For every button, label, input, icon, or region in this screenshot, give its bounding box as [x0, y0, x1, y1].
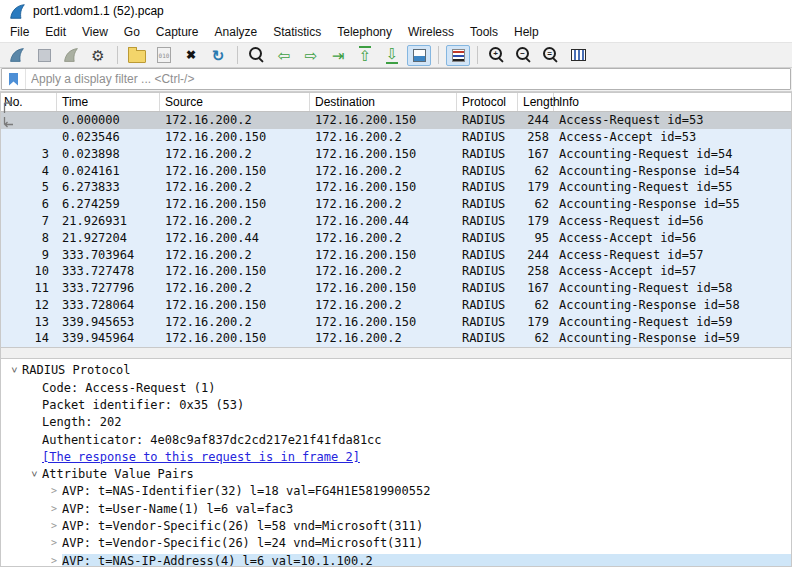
display-filter-box: [1, 68, 791, 90]
go-last-packet-button[interactable]: ⇩: [380, 45, 404, 66]
start-capture-button[interactable]: [5, 45, 29, 66]
expander-open-icon[interactable]: >: [6, 365, 22, 375]
stop-capture-button[interactable]: [32, 45, 56, 66]
search-icon: [249, 47, 262, 60]
expander-closed-icon[interactable]: >: [46, 556, 62, 566]
pane-splitter[interactable]: [0, 347, 792, 359]
zoom-out-icon: −: [516, 47, 529, 60]
save-file-button[interactable]: 010: [152, 45, 176, 66]
menu-analyze[interactable]: Analyze: [207, 23, 266, 41]
packet-row[interactable]: 9 333.703964 172.16.200.2 172.16.200.150…: [0, 246, 792, 263]
expander-closed-icon[interactable]: >: [46, 486, 62, 496]
menu-view[interactable]: View: [74, 23, 116, 41]
detail-row-avp-nas-identifier[interactable]: > AVP: t=NAS-Identifier(32) l=18 val=FG4…: [0, 483, 792, 500]
title-bar: port1.vdom1.1 (52).pcap: [0, 0, 792, 22]
menu-tools[interactable]: Tools: [462, 23, 506, 41]
detail-row-avp-user-name[interactable]: > AVP: t=User-Name(1) l=6 val=fac3: [0, 500, 792, 517]
packet-row[interactable]: 11 333.727796 172.16.200.2 172.16.200.15…: [0, 280, 792, 297]
filter-bookmark-button[interactable]: [2, 69, 26, 89]
menu-statistics[interactable]: Statistics: [265, 23, 329, 41]
detail-row-avp-vendor-specific-2[interactable]: > AVP: t=Vendor-Specific(26) l=24 vnd=Mi…: [0, 535, 792, 552]
menu-go[interactable]: Go: [116, 23, 148, 41]
detail-row-authenticator[interactable]: Authenticator: 4e08c9af837dc2cd217e21f41…: [0, 431, 792, 448]
zoom-in-icon: +: [489, 47, 502, 60]
close-file-button[interactable]: ✖: [179, 45, 203, 66]
zoom-reset-button[interactable]: =: [539, 45, 563, 66]
go-first-packet-button[interactable]: ⇧: [353, 45, 377, 66]
menu-telephony[interactable]: Telephony: [329, 23, 400, 41]
menu-edit[interactable]: Edit: [37, 23, 74, 41]
toolbar-separator: [117, 46, 118, 64]
gear-icon: ⚙: [91, 48, 104, 63]
column-header-info[interactable]: Info: [554, 92, 792, 111]
column-header-source[interactable]: Source: [160, 92, 310, 111]
menu-help[interactable]: Help: [506, 23, 547, 41]
detail-row-attribute-value-pairs[interactable]: > Attribute Value Pairs: [0, 466, 792, 483]
packet-row[interactable]: 5 6.273833 172.16.200.2 172.16.200.150 R…: [0, 179, 792, 196]
packet-row[interactable]: 3 0.023898 172.16.200.2 172.16.200.150 R…: [0, 146, 792, 163]
packet-row[interactable]: 1 0.000000 172.16.200.2 172.16.200.150 R…: [0, 112, 792, 129]
packet-row[interactable]: 4 0.024161 172.16.200.150 172.16.200.2 R…: [0, 162, 792, 179]
resize-columns-icon: [571, 49, 586, 61]
zoom-out-button[interactable]: −: [512, 45, 536, 66]
expander-closed-icon[interactable]: >: [46, 538, 62, 548]
auto-scroll-toggle[interactable]: [407, 45, 431, 66]
packet-row[interactable]: 7 21.926931 172.16.200.2 172.16.200.44 R…: [0, 213, 792, 230]
auto-scroll-icon: [413, 49, 426, 62]
detail-row-packet-identifier[interactable]: Packet identifier: 0x35 (53): [0, 396, 792, 413]
menu-capture[interactable]: Capture: [148, 23, 207, 41]
request-arrow-icon: [2, 100, 16, 114]
packet-row[interactable]: 14 339.945964 172.16.200.150 172.16.200.…: [0, 330, 792, 347]
go-to-packet-button[interactable]: ⇥: [326, 45, 350, 66]
main-panes: No. Time Source Destination Protocol Len…: [0, 92, 792, 567]
zoom-in-button[interactable]: +: [485, 45, 509, 66]
detail-row-length[interactable]: Length: 202: [0, 414, 792, 431]
expander-open-icon[interactable]: >: [26, 469, 42, 479]
filter-bar: [0, 68, 792, 92]
reload-button[interactable]: ↻: [206, 45, 230, 66]
packet-row[interactable]: 2 0.023546 172.16.200.150 172.16.200.2 R…: [0, 129, 792, 146]
main-toolbar: ⚙ 010 ✖ ↻ ⇦ ⇨ ⇥ ⇧ ⇩: [0, 42, 792, 68]
arrow-right-icon: ⇨: [305, 48, 318, 63]
open-file-button[interactable]: [125, 45, 149, 66]
find-packet-button[interactable]: [245, 45, 269, 66]
display-filter-input[interactable]: [26, 69, 790, 89]
packet-list: 1 0.000000 172.16.200.2 172.16.200.150 R…: [0, 112, 792, 347]
capture-options-button[interactable]: ⚙: [86, 45, 110, 66]
go-back-button[interactable]: ⇦: [272, 45, 296, 66]
menu-file[interactable]: File: [2, 23, 37, 41]
detail-row-avp-nas-ip-address[interactable]: > AVP: t=NAS-IP-Address(4) l=6 val=10.1.…: [0, 552, 792, 567]
column-header-destination[interactable]: Destination: [310, 92, 457, 111]
expander-closed-icon[interactable]: >: [46, 521, 62, 531]
toolbar-separator: [477, 46, 478, 64]
window-title: port1.vdom1.1 (52).pcap: [33, 4, 164, 18]
column-header-length[interactable]: Length: [518, 92, 554, 111]
response-arrow-icon: [2, 117, 16, 131]
column-header-time[interactable]: Time: [57, 92, 160, 111]
packet-detail-pane: > RADIUS Protocol Code: Access-Request (…: [0, 359, 792, 567]
detail-row-radius-protocol[interactable]: > RADIUS Protocol: [0, 362, 792, 379]
menu-wireless[interactable]: Wireless: [400, 23, 462, 41]
packet-row[interactable]: 12 333.728064 172.16.200.150 172.16.200.…: [0, 296, 792, 313]
packet-row[interactable]: 13 339.945653 172.16.200.2 172.16.200.15…: [0, 313, 792, 330]
arrow-to-bar-icon: ⇥: [332, 48, 345, 63]
go-forward-button[interactable]: ⇨: [299, 45, 323, 66]
packet-row[interactable]: 10 333.727478 172.16.200.150 172.16.200.…: [0, 263, 792, 280]
menu-bar: File Edit View Go Capture Analyze Statis…: [0, 22, 792, 42]
restart-capture-button[interactable]: [59, 45, 83, 66]
detail-row-avp-vendor-specific-1[interactable]: > AVP: t=Vendor-Specific(26) l=58 vnd=Mi…: [0, 517, 792, 534]
wireshark-logo-icon: [9, 3, 26, 20]
packet-row[interactable]: 8 21.927204 172.16.200.44 172.16.200.2 R…: [0, 229, 792, 246]
close-icon: ✖: [186, 49, 196, 61]
arrow-down-icon: ⇩: [386, 45, 399, 62]
toolbar-separator: [237, 46, 238, 64]
colorize-toggle[interactable]: [446, 45, 470, 66]
toolbar-separator: [438, 46, 439, 64]
resize-columns-button[interactable]: [566, 45, 590, 66]
packet-row[interactable]: 6 6.274259 172.16.200.150 172.16.200.2 R…: [0, 196, 792, 213]
column-header-protocol[interactable]: Protocol: [457, 92, 518, 111]
shark-fin-start-icon: [9, 47, 25, 63]
detail-row-code[interactable]: Code: Access-Request (1): [0, 379, 792, 396]
expander-closed-icon[interactable]: >: [46, 504, 62, 514]
detail-row-response-frame-link[interactable]: [The response to this request is in fram…: [0, 448, 792, 465]
